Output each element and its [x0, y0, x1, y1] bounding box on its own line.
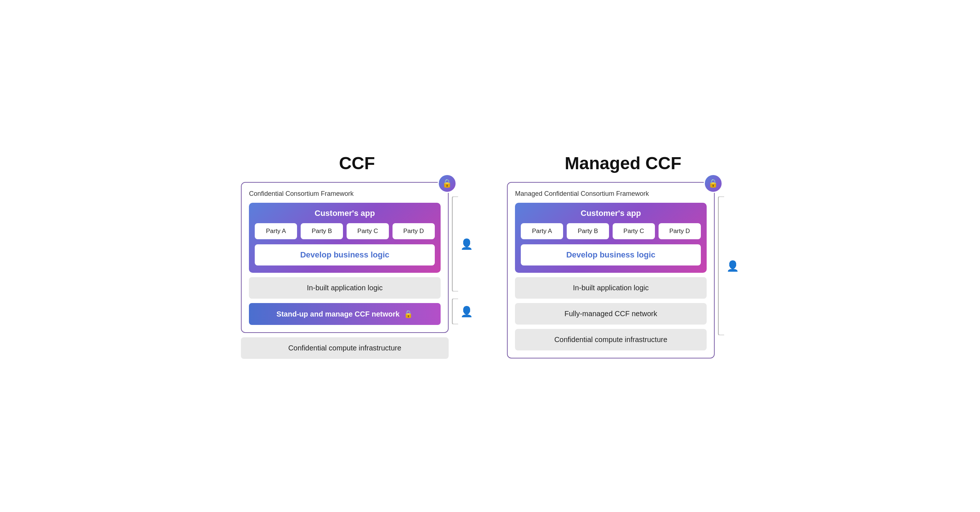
managed-ccf-box-label: Managed Confidential Consortium Framewor… — [515, 190, 707, 198]
ccf-main-box: 🔒 Confidential Consortium Framework Cust… — [241, 182, 449, 333]
managed-party-a: Party A — [521, 223, 563, 239]
ccf-lock-badge: 🔒 — [438, 174, 457, 193]
ccf-parties-row: Party A Party B Party C Party D — [255, 223, 435, 239]
ccf-lower-bracket — [452, 299, 459, 324]
lock-icon: 🔒 — [442, 179, 452, 188]
managed-fully-managed-box: Fully-managed CCF network — [515, 303, 707, 325]
ccf-customers-app-box: Customer's app Party A Party B Party C P… — [249, 203, 441, 273]
ccf-inbuilt-box: In-built application logic — [249, 277, 441, 299]
ccf-person-icon-upper: 👤 — [460, 238, 473, 250]
ccf-party-a: Party A — [255, 223, 297, 239]
page-wrapper: CCF 🔒 Confidential Consortium Framework … — [235, 153, 745, 359]
managed-ccf-title: Managed CCF — [565, 153, 681, 173]
managed-party-d: Party D — [659, 223, 701, 239]
ccf-customers-app-title: Customer's app — [255, 209, 435, 218]
managed-customers-app-box: Customer's app Party A Party B Party C P… — [515, 203, 707, 273]
managed-person-icon: 👤 — [726, 260, 739, 272]
ccf-party-d: Party D — [393, 223, 435, 239]
ccf-party-b: Party B — [301, 223, 343, 239]
managed-lock-icon: 🔒 — [708, 179, 718, 188]
managed-develop-logic-box: Develop business logic — [521, 244, 701, 265]
ccf-develop-logic-box: Develop business logic — [255, 244, 435, 265]
ccf-column: CCF 🔒 Confidential Consortium Framework … — [235, 153, 479, 359]
ccf-person-icon-lower: 👤 — [460, 306, 473, 317]
ccf-title: CCF — [339, 153, 375, 173]
managed-inbuilt-box: In-built application logic — [515, 277, 707, 299]
ccf-standup-box: Stand-up and manage CCF network 🔒 — [249, 303, 441, 325]
managed-ccf-main-box: 🔒 Managed Confidential Consortium Framew… — [507, 182, 715, 359]
managed-bracket — [718, 196, 725, 335]
managed-parties-row: Party A Party B Party C Party D — [521, 223, 701, 239]
ccf-standup-text: Stand-up and manage CCF network — [277, 310, 400, 318]
managed-confidential-inside-box: Confidential compute infrastructure — [515, 329, 707, 351]
managed-ccf-column: Managed CCF 🔒 Managed Confidential Conso… — [501, 153, 745, 359]
ccf-party-c: Party C — [347, 223, 389, 239]
ccf-standup-lock-icon: 🔒 — [404, 309, 413, 318]
ccf-develop-logic-text: Develop business logic — [300, 250, 390, 259]
managed-party-b: Party B — [567, 223, 609, 239]
managed-customers-app-title: Customer's app — [521, 209, 701, 218]
managed-party-c: Party C — [612, 223, 655, 239]
ccf-confidential-box: Confidential compute infrastructure — [241, 337, 449, 359]
managed-ccf-lock-badge: 🔒 — [704, 174, 723, 193]
ccf-upper-bracket — [452, 196, 459, 291]
managed-develop-logic-text: Develop business logic — [566, 250, 655, 259]
ccf-box-label: Confidential Consortium Framework — [249, 190, 441, 198]
